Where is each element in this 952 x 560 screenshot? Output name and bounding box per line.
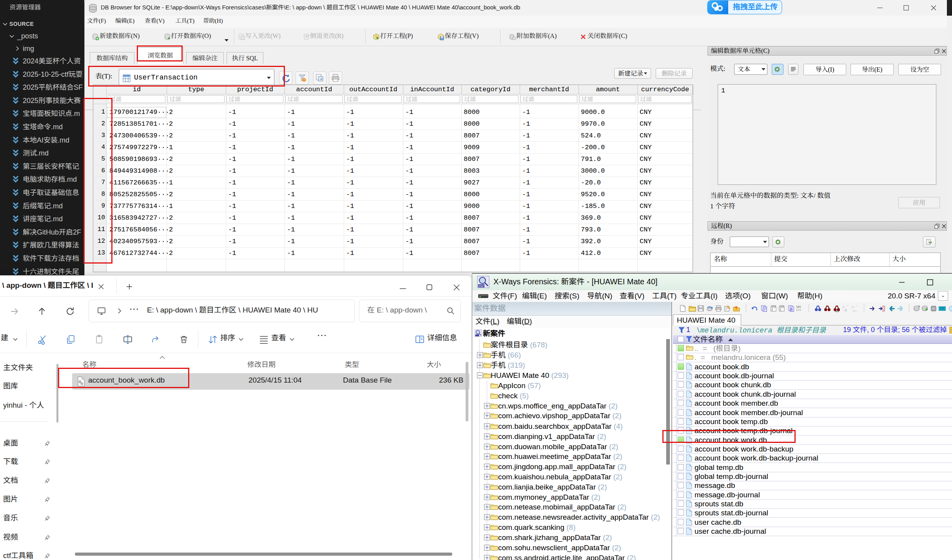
- svg-text:010: 010: [796, 308, 801, 312]
- svg-text:A: A: [842, 305, 845, 309]
- svg-text:B: B: [845, 308, 847, 312]
- svg-text:HEX: HEX: [835, 310, 840, 313]
- svg-text:HEX: HEX: [852, 310, 857, 312]
- svg-text:A: A: [852, 305, 854, 309]
- svg-text:XW: XW: [479, 284, 484, 288]
- svg-text:B: B: [791, 307, 793, 311]
